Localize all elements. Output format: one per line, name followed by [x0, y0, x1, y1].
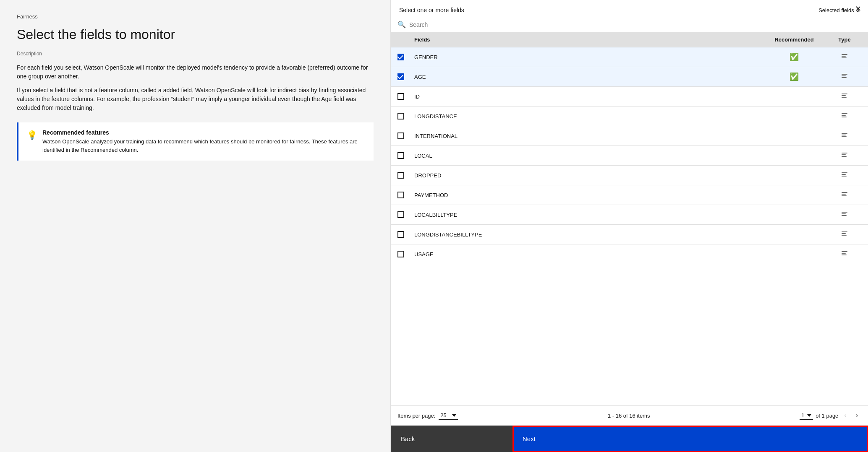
- checkbox-cell: [397, 152, 414, 159]
- type-icon: [841, 190, 848, 200]
- type-icon: [841, 210, 848, 219]
- checkbox-cell: [397, 73, 414, 80]
- search-box: 🔍: [391, 17, 868, 32]
- table-row[interactable]: DROPPED: [391, 166, 868, 185]
- col-header-fields: Fields: [414, 36, 761, 43]
- checkbox-cell: [397, 172, 414, 179]
- field-checkbox[interactable]: [397, 93, 404, 100]
- svg-rect-18: [842, 172, 847, 173]
- svg-rect-6: [842, 94, 847, 94]
- svg-rect-30: [842, 251, 847, 252]
- svg-rect-24: [842, 212, 847, 213]
- checkbox-cell: [397, 93, 414, 100]
- checkbox-cell: [397, 231, 414, 238]
- field-name: GENDER: [414, 54, 761, 60]
- type-icon: [841, 171, 848, 180]
- field-checkbox[interactable]: [397, 211, 404, 218]
- svg-rect-13: [842, 135, 846, 135]
- svg-rect-15: [842, 153, 847, 153]
- recommended-cell: ✅: [761, 72, 828, 81]
- items-per-page-group: Items per page: 25 50 100: [397, 411, 458, 420]
- svg-rect-27: [842, 231, 847, 232]
- search-icon: 🔍: [397, 21, 406, 29]
- table-row[interactable]: AGE✅: [391, 67, 868, 87]
- svg-rect-9: [842, 113, 847, 114]
- checkbox-cell: [397, 251, 414, 257]
- type-icon: [841, 230, 848, 239]
- checkbox-cell: [397, 54, 414, 60]
- svg-rect-26: [842, 215, 847, 216]
- table-row[interactable]: INTERNATIONAL: [391, 126, 868, 146]
- search-input[interactable]: [409, 21, 861, 28]
- recommended-icon: ✅: [790, 72, 799, 81]
- prev-page-button[interactable]: ‹: [841, 410, 850, 421]
- checkbox-cell: [397, 132, 414, 139]
- type-cell: [828, 171, 861, 180]
- type-cell: [828, 249, 861, 259]
- next-page-button[interactable]: ›: [852, 410, 861, 421]
- table-row[interactable]: LOCALBILLTYPE: [391, 205, 868, 225]
- recommended-cell: ✅: [761, 52, 828, 62]
- field-checkbox[interactable]: [397, 172, 404, 179]
- bottom-bar: Back Next: [391, 425, 868, 452]
- field-checkbox[interactable]: [397, 251, 404, 257]
- type-cell: [828, 52, 861, 62]
- field-checkbox[interactable]: [397, 152, 404, 159]
- type-icon: [841, 52, 848, 62]
- field-checkbox[interactable]: [397, 113, 404, 119]
- field-name: LONGDISTANCE: [414, 113, 761, 119]
- type-icon: [841, 131, 848, 140]
- checkbox-cell: [397, 113, 414, 119]
- type-cell: [828, 131, 861, 140]
- description-label: Description: [17, 51, 374, 57]
- field-checkbox[interactable]: [397, 231, 404, 238]
- svg-rect-14: [842, 136, 847, 137]
- svg-rect-31: [842, 253, 846, 254]
- type-cell: [828, 112, 861, 121]
- table-row[interactable]: LONGDISTANCEBILLTYPE: [391, 225, 868, 244]
- table-row[interactable]: PAYMETHOD: [391, 185, 868, 205]
- table-row[interactable]: LONGDISTANCE: [391, 107, 868, 126]
- table-row[interactable]: USAGE: [391, 244, 868, 264]
- svg-rect-3: [842, 74, 847, 75]
- svg-rect-11: [842, 117, 847, 117]
- type-icon: [841, 72, 848, 81]
- checkbox-cell: [397, 192, 414, 198]
- field-checkbox[interactable]: [397, 73, 404, 80]
- field-name: DROPPED: [414, 172, 761, 179]
- svg-rect-29: [842, 235, 847, 236]
- table-row[interactable]: LOCAL: [391, 146, 868, 166]
- type-cell: [828, 230, 861, 239]
- close-button[interactable]: ✕: [855, 5, 861, 13]
- field-checkbox[interactable]: [397, 132, 404, 139]
- next-button[interactable]: Next: [512, 426, 868, 452]
- svg-rect-32: [842, 255, 847, 255]
- per-page-select[interactable]: 25 50 100: [439, 411, 458, 420]
- svg-rect-7: [842, 95, 846, 96]
- svg-rect-4: [842, 75, 846, 76]
- type-cell: [828, 72, 861, 81]
- table-row[interactable]: ID: [391, 87, 868, 107]
- items-per-page-label: Items per page:: [397, 413, 435, 419]
- svg-rect-2: [842, 57, 847, 58]
- recommended-icon: ✅: [790, 52, 799, 62]
- field-checkbox[interactable]: [397, 192, 404, 198]
- type-cell: [828, 210, 861, 219]
- page-select[interactable]: 1: [800, 411, 813, 420]
- svg-rect-5: [842, 77, 847, 78]
- svg-rect-12: [842, 133, 847, 134]
- table-header: Fields Recommended Type: [391, 32, 868, 47]
- table-footer: Items per page: 25 50 100 1 - 16 of 16 i…: [391, 405, 868, 425]
- type-icon: [841, 92, 848, 101]
- field-checkbox[interactable]: [397, 54, 404, 60]
- info-box-body: Watson OpenScale analyzed your training …: [42, 138, 365, 154]
- type-cell: [828, 92, 861, 101]
- field-name: AGE: [414, 74, 761, 80]
- field-name: ID: [414, 94, 761, 100]
- type-icon: [841, 151, 848, 160]
- svg-rect-0: [842, 54, 847, 55]
- type-icon: [841, 112, 848, 121]
- field-name: USAGE: [414, 251, 761, 257]
- back-button[interactable]: Back: [391, 426, 512, 452]
- table-row[interactable]: GENDER✅: [391, 47, 868, 67]
